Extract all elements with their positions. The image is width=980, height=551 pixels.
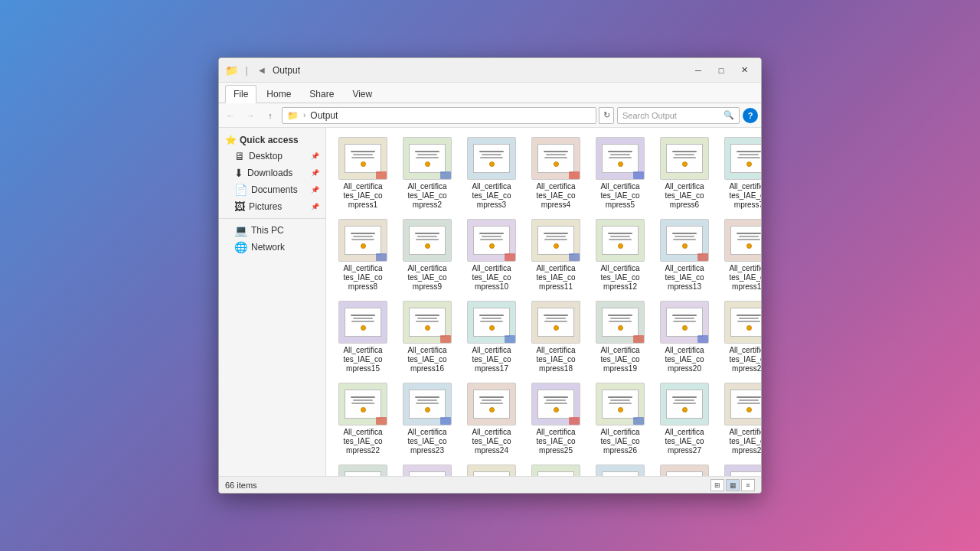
file-item[interactable]: All_certifica tes_IAE_co mpress33	[590, 461, 651, 476]
sidebar-item-desktop[interactable]: 🖥 Desktop 📌	[219, 148, 325, 165]
file-item[interactable]: All_certifica tes_IAE_co mpress27	[654, 380, 715, 458]
title-bar-back-icon: ◀	[256, 64, 268, 77]
file-item[interactable]: All_certifica tes_IAE_co mpress23	[397, 380, 458, 458]
desktop-label: Desktop	[249, 151, 283, 161]
file-item[interactable]: All_certifica tes_IAE_co mpress25	[525, 380, 586, 458]
content-area: All_certifica tes_IAE_co mpress1 All_cer…	[326, 128, 761, 476]
file-name: All_certifica tes_IAE_co mpress16	[407, 346, 446, 373]
file-name: All_certifica tes_IAE_co mpress6	[665, 182, 704, 210]
main-area: ⭐ Quick access 🖥 Desktop 📌 ⬇ Downloads 📌…	[219, 128, 761, 476]
refresh-button[interactable]: ↻	[599, 107, 614, 124]
file-item[interactable]: All_certifica tes_IAE_co mpress11	[525, 216, 586, 295]
title-bar-controls: ─ □ ✕	[688, 62, 755, 79]
file-item[interactable]: All_certifica tes_IAE_co mpress24	[461, 380, 522, 458]
file-item[interactable]: All_certifica tes_IAE_co mpress20	[654, 298, 715, 377]
title-bar-icons: 📁 | ◀	[225, 64, 268, 77]
file-name: All_certifica tes_IAE_co mpress3	[472, 182, 511, 210]
thispc-label: This PC	[251, 225, 284, 236]
title-bar-title: Output	[273, 65, 688, 76]
file-item[interactable]: All_certifica tes_IAE_co mpress35	[718, 461, 761, 476]
file-item[interactable]: All_certifica tes_IAE_co mpress30	[397, 461, 458, 476]
quick-access-header[interactable]: ⭐ Quick access	[219, 132, 325, 148]
thispc-icon: 💻	[234, 224, 247, 236]
file-name: All_certifica tes_IAE_co mpress15	[343, 346, 382, 373]
file-item[interactable]: All_certifica tes_IAE_co mpress13	[654, 216, 715, 295]
file-name: All_certifica tes_IAE_co mpress2	[407, 182, 446, 210]
downloads-pin-icon: 📌	[311, 169, 319, 177]
file-item[interactable]: All_certifica tes_IAE_co mpress21	[718, 298, 761, 377]
address-folder-icon: 📁	[287, 110, 299, 121]
file-item[interactable]: All_certifica tes_IAE_co mpress7	[718, 134, 761, 213]
help-button[interactable]: ?	[743, 108, 758, 123]
sidebar-item-downloads[interactable]: ⬇ Downloads 📌	[219, 165, 325, 181]
file-item[interactable]: All_certifica tes_IAE_co mpress28	[718, 380, 761, 458]
up-button[interactable]: ↑	[262, 107, 279, 124]
file-name: All_certifica tes_IAE_co mpress13	[665, 264, 704, 292]
file-name: All_certifica tes_IAE_co mpress9	[407, 264, 446, 292]
file-name: All_certifica tes_IAE_co mpress17	[472, 346, 511, 373]
file-name: All_certifica tes_IAE_co mpress26	[600, 428, 639, 455]
file-name: All_certifica tes_IAE_co mpress7	[729, 182, 761, 210]
network-icon: 🌐	[234, 241, 247, 253]
view-btn-medium[interactable]: ▦	[726, 479, 740, 491]
file-item[interactable]: All_certifica tes_IAE_co mpress9	[397, 216, 458, 295]
back-button[interactable]: ←	[222, 107, 239, 124]
file-item[interactable]: All_certifica tes_IAE_co mpress2	[397, 134, 458, 213]
forward-button[interactable]: →	[242, 107, 259, 124]
file-name: All_certifica tes_IAE_co mpress10	[472, 264, 511, 292]
file-item[interactable]: All_certifica tes_IAE_co mpress8	[332, 216, 394, 295]
file-name: All_certifica tes_IAE_co mpress22	[343, 428, 382, 455]
file-item[interactable]: All_certifica tes_IAE_co mpress32	[525, 461, 586, 476]
file-name: All_certifica tes_IAE_co mpress21	[729, 346, 761, 373]
sidebar-item-documents[interactable]: 📄 Documents 📌	[219, 181, 325, 198]
file-item[interactable]: All_certifica tes_IAE_co mpress1	[332, 134, 394, 213]
file-item[interactable]: All_certifica tes_IAE_co mpress3	[461, 134, 522, 213]
file-name: All_certifica tes_IAE_co mpress14	[729, 264, 761, 292]
search-box[interactable]: Search Output 🔍	[617, 107, 740, 124]
file-item[interactable]: All_certifica tes_IAE_co mpress5	[590, 134, 651, 213]
file-item[interactable]: All_certifica tes_IAE_co mpress4	[525, 134, 586, 213]
file-item[interactable]: All_certifica tes_IAE_co mpress31	[461, 461, 522, 476]
file-name: All_certifica tes_IAE_co mpress27	[665, 428, 704, 455]
sidebar-item-thispc[interactable]: 💻 This PC	[219, 222, 325, 239]
status-bar: 66 items ⊞ ▦ ≡	[219, 476, 761, 493]
file-name: All_certifica tes_IAE_co mpress23	[407, 428, 446, 455]
pictures-label: Pictures	[249, 201, 282, 212]
file-item[interactable]: All_certifica tes_IAE_co mpress29	[332, 461, 394, 476]
file-item[interactable]: All_certifica tes_IAE_co mpress18	[525, 298, 586, 377]
address-text: Output	[310, 110, 338, 121]
file-name: All_certifica tes_IAE_co mpress4	[536, 182, 575, 210]
file-name: All_certifica tes_IAE_co mpress18	[536, 346, 575, 373]
file-item[interactable]: All_certifica tes_IAE_co mpress22	[332, 380, 394, 458]
maximize-button[interactable]: □	[710, 62, 732, 79]
sidebar-item-network[interactable]: 🌐 Network	[219, 239, 325, 256]
file-name: All_certifica tes_IAE_co mpress5	[600, 182, 639, 210]
close-button[interactable]: ✕	[733, 62, 755, 79]
file-item[interactable]: All_certifica tes_IAE_co mpress34	[654, 461, 715, 476]
view-btn-grid[interactable]: ⊞	[710, 479, 724, 491]
tab-view[interactable]: View	[344, 85, 381, 103]
file-name: All_certifica tes_IAE_co mpress8	[343, 264, 382, 292]
file-item[interactable]: All_certifica tes_IAE_co mpress17	[461, 298, 522, 377]
tab-file[interactable]: File	[225, 85, 256, 103]
item-count: 66 items	[225, 481, 257, 490]
file-item[interactable]: All_certifica tes_IAE_co mpress15	[332, 298, 394, 377]
view-btn-list[interactable]: ≡	[741, 479, 755, 491]
title-bar: 📁 | ◀ Output ─ □ ✕	[219, 58, 761, 83]
search-icon: 🔍	[724, 110, 734, 120]
file-item[interactable]: All_certifica tes_IAE_co mpress6	[654, 134, 715, 213]
tab-home[interactable]: Home	[258, 85, 299, 103]
minimize-button[interactable]: ─	[688, 62, 709, 79]
file-item[interactable]: All_certifica tes_IAE_co mpress10	[461, 216, 522, 295]
pictures-icon: 🖼	[234, 201, 245, 213]
file-item[interactable]: All_certifica tes_IAE_co mpress16	[397, 298, 458, 377]
tab-share[interactable]: Share	[301, 85, 342, 103]
file-item[interactable]: All_certifica tes_IAE_co mpress14	[718, 216, 761, 295]
ribbon: File Home Share View	[219, 83, 761, 103]
sidebar-item-pictures[interactable]: 🖼 Pictures 📌	[219, 198, 325, 215]
file-item[interactable]: All_certifica tes_IAE_co mpress12	[590, 216, 651, 295]
file-item[interactable]: All_certifica tes_IAE_co mpress19	[590, 298, 651, 377]
address-field[interactable]: 📁 › Output	[282, 107, 596, 124]
file-item[interactable]: All_certifica tes_IAE_co mpress26	[590, 380, 651, 458]
file-name: All_certifica tes_IAE_co mpress19	[600, 346, 639, 373]
